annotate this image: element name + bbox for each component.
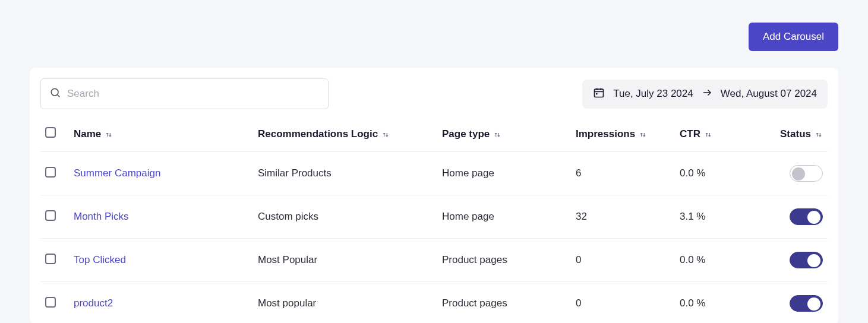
sort-icon: [639, 130, 647, 138]
cell-page-type: Home page: [437, 195, 571, 239]
column-header-logic[interactable]: Recommendations Logic: [253, 116, 437, 152]
cell-impressions: 32: [571, 195, 675, 239]
carousel-name-link[interactable]: product2: [69, 282, 253, 324]
sort-icon: [105, 130, 113, 138]
cell-page-type: Product pages: [437, 239, 571, 282]
sort-icon: [815, 130, 823, 138]
select-all-checkbox[interactable]: [45, 127, 56, 138]
carousel-name-link[interactable]: Summer Campaign: [69, 152, 253, 195]
row-checkbox[interactable]: [45, 254, 56, 264]
column-header-page[interactable]: Page type: [437, 116, 571, 152]
sort-icon: [381, 130, 390, 138]
cell-logic: Similar Products: [253, 152, 437, 195]
svg-line-1: [58, 95, 60, 97]
toggle-knob: [807, 254, 820, 267]
carousel-name-link[interactable]: Month Picks: [69, 195, 253, 239]
date-to: Wed, August 07 2024: [721, 88, 817, 100]
row-checkbox[interactable]: [45, 167, 56, 178]
table-row: Top ClickedMost PopularProduct pages00.0…: [40, 239, 828, 282]
column-label: Impressions: [576, 128, 635, 140]
svg-rect-6: [596, 93, 598, 94]
cell-impressions: 6: [571, 152, 675, 195]
search-field[interactable]: [40, 78, 329, 109]
table-row: product2Most popularProduct pages00.0 %: [40, 282, 828, 324]
add-carousel-button[interactable]: Add Carousel: [749, 23, 838, 51]
cell-ctr: 0.0 %: [675, 282, 770, 324]
column-label: Name: [74, 128, 101, 140]
column-header-ctr[interactable]: CTR: [675, 116, 770, 152]
toggle-knob: [807, 297, 820, 311]
status-toggle[interactable]: [790, 208, 823, 225]
carousel-name-link[interactable]: Top Clicked: [69, 239, 253, 282]
column-label: Recommendations Logic: [258, 128, 378, 140]
row-checkbox[interactable]: [45, 297, 56, 308]
row-checkbox[interactable]: [45, 210, 56, 221]
cell-impressions: 0: [571, 239, 675, 282]
carousel-table: Name Recommendations Logic: [40, 116, 828, 323]
cell-ctr: 3.1 %: [675, 195, 770, 239]
column-header-impressions[interactable]: Impressions: [571, 116, 675, 152]
status-toggle[interactable]: [790, 295, 823, 312]
sort-icon: [493, 130, 501, 138]
status-toggle[interactable]: [790, 252, 823, 268]
cell-ctr: 0.0 %: [675, 152, 770, 195]
svg-point-0: [51, 88, 58, 96]
column-label: CTR: [680, 128, 700, 140]
column-label: Status: [780, 128, 811, 140]
cell-logic: Most Popular: [253, 239, 437, 282]
cell-page-type: Home page: [437, 152, 571, 195]
column-header-status[interactable]: Status: [770, 116, 828, 152]
calendar-icon: [593, 87, 605, 102]
cell-logic: Most popular: [253, 282, 437, 324]
toggle-knob: [792, 167, 805, 180]
cell-page-type: Product pages: [437, 282, 571, 324]
cell-ctr: 0.0 %: [675, 239, 770, 282]
search-input[interactable]: [67, 88, 320, 100]
column-header-name[interactable]: Name: [69, 116, 253, 152]
date-range-picker[interactable]: Tue, July 23 2024 Wed, August 07 2024: [582, 80, 828, 109]
cell-logic: Custom picks: [253, 195, 437, 239]
carousel-panel: Tue, July 23 2024 Wed, August 07 2024: [30, 68, 838, 323]
svg-rect-2: [595, 89, 604, 97]
sort-icon: [704, 130, 712, 138]
table-row: Month PicksCustom picksHome page323.1 %: [40, 195, 828, 239]
column-label: Page type: [442, 128, 490, 140]
status-toggle[interactable]: [790, 165, 823, 182]
date-from: Tue, July 23 2024: [613, 88, 693, 100]
toggle-knob: [807, 211, 820, 224]
table-row: Summer CampaignSimilar ProductsHome page…: [40, 152, 828, 195]
cell-impressions: 0: [571, 282, 675, 324]
arrow-right-icon: [702, 87, 712, 101]
search-icon: [49, 87, 61, 101]
